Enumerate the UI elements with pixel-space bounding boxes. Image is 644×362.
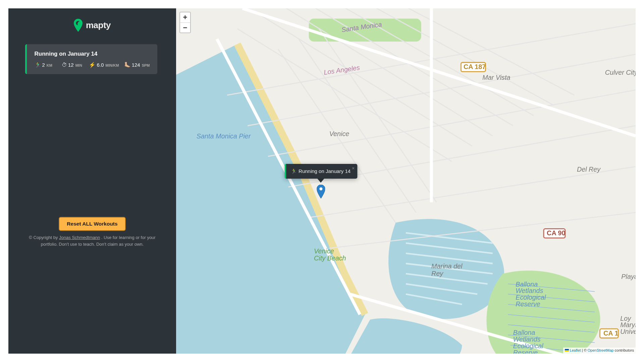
workout-distance-unit: km [47,63,52,69]
marker-pin-icon[interactable] [317,185,325,198]
svg-text:CA 90: CA 90 [547,229,565,237]
svg-rect-43 [565,349,569,350]
workout-duration-value: 12 [68,61,74,69]
workout-pace-unit: min/km [105,63,119,69]
workout-popup: × 🏃‍♂️ Running on January 14 [284,164,357,179]
logo: mapty [25,18,159,33]
close-icon[interactable]: × [352,165,355,172]
author-link[interactable]: Jonas Schmedtmann [59,235,100,240]
leaflet-link[interactable]: Leaflet [570,348,581,352]
workout-duration-unit: min [75,63,82,69]
sidebar: mapty Running on January 14 🏃‍♂️ 2 km ⏱ … [8,8,176,354]
svg-text:CA 187: CA 187 [464,63,486,70]
svg-rect-44 [565,350,569,352]
map-label-venice: Venice [329,130,350,137]
zoom-control: + − [179,12,191,33]
logo-text: mapty [86,18,111,33]
osm-link[interactable]: OpenStreetMap [588,348,614,352]
attribution-sep: | © [582,348,588,352]
ukraine-flag-icon [565,348,569,354]
runner-icon: 🏃‍♂️ [35,61,41,62]
workout-cadence-unit: spm [142,63,150,69]
zoom-in-button[interactable]: + [180,12,190,22]
shield-ca1: CA 1 [600,329,618,338]
map-marker[interactable]: × 🏃‍♂️ Running on January 14 [284,164,357,198]
map-tiles: Venice Mar Vista Del Rey Culver City San… [176,8,636,354]
workout-item[interactable]: Running on January 14 🏃‍♂️ 2 km ⏱ 12 min… [25,44,157,74]
workout-duration: ⏱ 12 min [62,61,84,69]
stopwatch-icon: ⏱ [62,61,67,62]
workout-cadence: 🦶🏼 124 spm [124,61,150,69]
zoom-out-button[interactable]: − [180,22,190,33]
copyright-prefix: © Copyright by [29,235,59,240]
map-label-mar-vista: Mar Vista [482,74,510,81]
map-label-playa: Playa [621,273,636,280]
map-label-del-rey: Del Rey [577,166,601,173]
map-attribution: Leaflet | © OpenStreetMap contributors [563,348,636,354]
popup-text: Running on January 14 [299,168,351,174]
map[interactable]: Venice Mar Vista Del Rey Culver City San… [176,8,636,354]
bolt-icon: ⚡️ [89,61,96,62]
copyright: © Copyright by Jonas Schmedtmann . Use f… [25,234,159,248]
workout-distance: 🏃‍♂️ 2 km [35,61,57,69]
workouts-list[interactable]: Running on January 14 🏃‍♂️ 2 km ⏱ 12 min… [25,44,159,212]
workout-title: Running on January 14 [35,49,150,58]
workout-pace: ⚡️ 6.0 min/km [89,61,119,69]
workout-pace-value: 6.0 [97,61,104,69]
runner-icon: 🏃‍♂️ [291,168,297,174]
shield-ca187: CA 187 [461,62,486,71]
popup-tip-icon [318,179,324,183]
attribution-tail: contributors [615,348,634,352]
workout-distance-value: 2 [42,61,45,69]
foot-icon: 🦶🏼 [124,61,131,62]
svg-point-42 [319,187,322,190]
map-label-culver-city: Culver City [605,69,636,76]
workout-cadence-value: 124 [132,61,140,69]
logo-pin-icon [74,19,83,32]
svg-text:CA 1: CA 1 [603,329,618,337]
map-label-pier: Santa Monica Pier [197,132,251,140]
shield-ca90: CA 90 [544,229,565,238]
reset-all-workouts-button[interactable]: Reset ALL Workouts [59,217,125,231]
